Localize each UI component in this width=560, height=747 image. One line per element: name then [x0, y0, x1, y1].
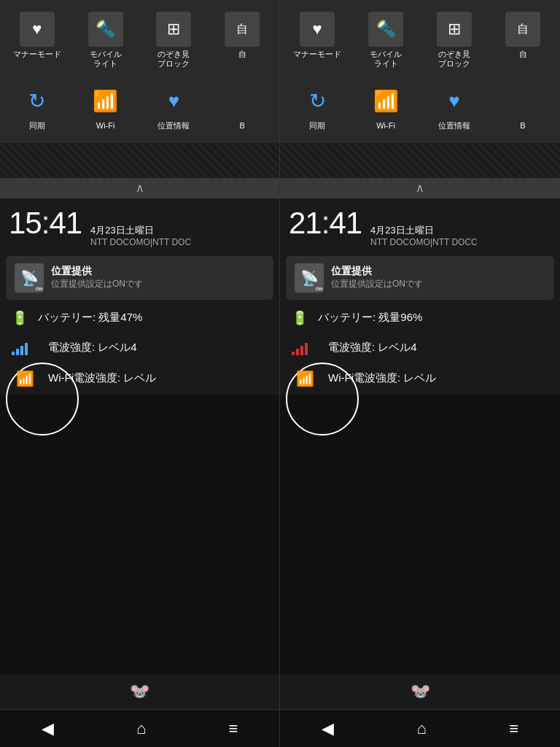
location-notif-text-left: 位置提供 位置提供設定はONです: [51, 265, 265, 290]
time-display-right: 21:41: [289, 206, 362, 241]
qs-wifi-label: Wi-Fi: [96, 121, 115, 131]
qs-manner-mode-left[interactable]: ♥ マナーモード: [5, 6, 69, 74]
bottom-dock-right: 🐭: [280, 674, 560, 709]
home-button-right[interactable]: ⌂: [402, 713, 440, 744]
qs-wifi-right[interactable]: 📶 Wi-Fi: [354, 77, 418, 136]
flashlight-icon: 🔦: [96, 20, 115, 39]
signal-bar2: [16, 349, 19, 355]
signal-wifi-container-right: 電波強度: レベル4 📶 Wi-Fi電波強度: レベル: [280, 333, 560, 395]
qs-flashlight-left[interactable]: 🔦 モバイルライト: [74, 6, 138, 74]
battery-icon-left: 🔋: [12, 310, 28, 326]
qs-sync-right[interactable]: ↻ 同期: [285, 77, 349, 136]
qs-auto-icon-box: 自: [225, 12, 260, 47]
time-bar-right: 21:41 4月23日土曜日 NTT DOCOMO|NTT DOCC: [280, 198, 560, 253]
grid-icon: ⊞: [167, 20, 180, 39]
qs-manner-mode-right[interactable]: ♥ マナーモード: [285, 6, 349, 74]
grid-icon-right: ⊞: [448, 20, 461, 39]
quick-settings-left: ♥ マナーモード 🔦 モバイルライト ⊞ のぞき見ブロック 自: [0, 0, 279, 143]
wifi-text-right: Wi-Fi電波強度: レベル: [328, 371, 436, 385]
sync-icon: ↻: [28, 89, 45, 113]
nav-bar-left: ◀ ⌂ ≡: [0, 709, 279, 747]
location-icon-right: ♥: [448, 90, 459, 112]
qs-sync-left[interactable]: ↻ 同期: [5, 77, 69, 136]
menu-button-right[interactable]: ≡: [494, 713, 533, 744]
signal-on-icon-right: 📡: [300, 269, 319, 287]
back-button-left[interactable]: ◀: [27, 713, 69, 744]
battery-row-right: 🔋 バッテリー: 残量96%: [280, 303, 560, 333]
heart-icon: ♥: [32, 20, 42, 39]
carrier-text-right: NTT DOCOMO|NTT DOCC: [370, 237, 478, 247]
signal-text-right: 電波強度: レベル4: [328, 341, 417, 355]
qs-extra-icon-box-right: [505, 83, 540, 118]
wifi-text-left: Wi-Fi電波強度: レベル: [48, 371, 156, 385]
signal-bars-left: [12, 341, 38, 355]
location-notif-icon: 📡 ON: [15, 263, 44, 293]
spacer-left: [0, 395, 279, 674]
qs-loc-label: 位置情報: [158, 121, 190, 131]
qs-peek-label-right: のぞき見ブロック: [438, 50, 470, 69]
qs-extra-left[interactable]: B: [210, 77, 274, 136]
collapse-bar-right[interactable]: ∧: [280, 178, 560, 198]
battery-text-right: バッテリー: 残量96%: [318, 311, 422, 325]
chevron-up-icon-right: ∧: [416, 181, 424, 195]
nav-bar-right: ◀ ⌂ ≡: [280, 709, 560, 747]
qs-auto-right[interactable]: 自 自: [491, 6, 555, 74]
qs-extra-right[interactable]: B: [491, 77, 555, 136]
signal-bar4: [25, 343, 28, 355]
qs-peek-icon-box-right: ⊞: [437, 12, 472, 47]
qs-sync-icon-box: ↻: [20, 83, 55, 118]
qs-location-right[interactable]: ♥ 位置情報: [422, 77, 486, 136]
signal-wifi-container-left: 電波強度: レベル4 📶 Wi-Fi電波強度: レベル: [0, 333, 279, 395]
qs-extra-label-right: B: [520, 121, 525, 131]
qs-manner-icon-box: ♥: [20, 12, 55, 47]
home-button-left[interactable]: ⌂: [122, 713, 160, 744]
wifi-waves-icon-right: 📶: [296, 371, 314, 387]
collapse-bar-left[interactable]: ∧: [0, 178, 279, 198]
qs-auto-left[interactable]: 自 自: [210, 6, 274, 74]
battery-text-left: バッテリー: 残量47%: [38, 311, 142, 325]
qs-manner-icon-box-right: ♥: [300, 12, 335, 47]
mickey-icon-right: 🐭: [411, 682, 430, 701]
battery-row-left: 🔋 バッテリー: 残量47%: [0, 303, 279, 333]
qs-sync-icon-box-right: ↻: [300, 83, 335, 118]
signal-bars-right: [292, 341, 318, 355]
back-button-right[interactable]: ◀: [307, 713, 349, 744]
date-carrier-right: 4月23日土曜日 NTT DOCOMO|NTT DOCC: [370, 224, 478, 247]
qs-row2-right: ↻ 同期 📶 Wi-Fi ♥ 位置情報 B: [283, 77, 557, 136]
qs-wifi-icon-box: 📶: [88, 83, 123, 118]
auto-icon-right: 自: [517, 22, 529, 37]
location-notif-title-left: 位置提供: [51, 265, 265, 278]
qs-row2-left: ↻ 同期 📶 Wi-Fi ♥ 位置情報 B: [3, 77, 276, 136]
heart-icon-right: ♥: [312, 20, 322, 39]
signal-text-left: 電波強度: レベル4: [48, 341, 137, 355]
qs-flash-icon-box: 🔦: [88, 12, 123, 47]
location-notif-icon-right: 📡 ON: [295, 263, 324, 293]
qs-peekblock-right[interactable]: ⊞ のぞき見ブロック: [422, 6, 486, 74]
signal-bar3-right: [300, 346, 303, 355]
pattern-area-right: [280, 143, 560, 178]
time-bar-left: 15:41 4月23日土曜日 NTT DOCOMO|NTT DOC: [0, 198, 279, 253]
qs-peek-icon-box: ⊞: [156, 12, 191, 47]
qs-flash-label: モバイルライト: [90, 50, 122, 69]
wifi-row-right: 📶 Wi-Fi電波強度: レベル: [280, 363, 560, 395]
qs-flash-label-right: モバイルライト: [370, 50, 402, 69]
menu-button-left[interactable]: ≡: [214, 713, 253, 744]
wifi-signal-icon-right: 📶: [292, 370, 318, 387]
carrier-text-left: NTT DOCOMO|NTT DOC: [90, 237, 191, 247]
location-notif-title-right: 位置提供: [331, 265, 545, 278]
qs-flashlight-right[interactable]: 🔦 モバイルライト: [354, 6, 418, 74]
location-notif-icon-wrap: 📡 ON: [15, 263, 44, 293]
qs-wifi-left[interactable]: 📶 Wi-Fi: [74, 77, 138, 136]
signal-bar1-right: [292, 352, 295, 355]
qs-extra-label: B: [239, 121, 244, 131]
qs-peekblock-left[interactable]: ⊞ のぞき見ブロック: [141, 6, 206, 74]
qs-manner-label: マナーモード: [13, 50, 61, 59]
wifi-signal-icon-left: 📶: [12, 370, 38, 387]
qs-wifi-label-right: Wi-Fi: [376, 121, 395, 131]
signal-on-icon: 📡: [20, 269, 39, 287]
qs-location-left[interactable]: ♥ 位置情報: [141, 77, 206, 136]
location-notif-text-right: 位置提供 位置提供設定はONです: [331, 265, 545, 290]
qs-flash-icon-box-right: 🔦: [368, 12, 403, 47]
spacer-right: [280, 395, 560, 674]
qs-row1-left: ♥ マナーモード 🔦 モバイルライト ⊞ のぞき見ブロック 自: [3, 6, 276, 74]
